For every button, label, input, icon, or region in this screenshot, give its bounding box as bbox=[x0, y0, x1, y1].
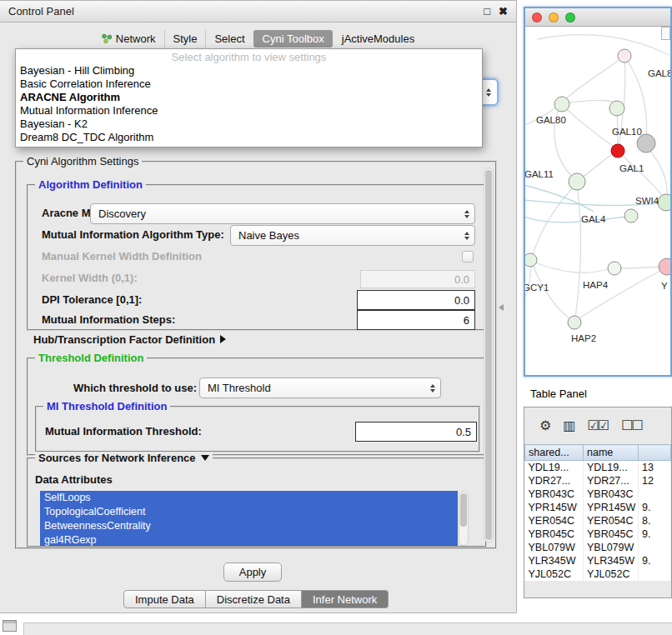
algorithm-option[interactable]: ARACNE Algorithm bbox=[16, 91, 482, 104]
tab-network[interactable]: Network bbox=[93, 30, 164, 48]
network-edge bbox=[618, 267, 664, 268]
attribute-item[interactable]: BetweennessCentrality bbox=[40, 519, 458, 533]
network-edge bbox=[538, 35, 669, 55]
network-node[interactable] bbox=[624, 209, 638, 222]
control-panel-titlebar[interactable]: Control Panel □ ✖ bbox=[0, 1, 516, 22]
table-cell: YLR345W bbox=[584, 554, 639, 568]
network-canvas[interactable]: GAL8GAL80GAL10GAL11GAL1SWI4GAL4GCY1HAP4Y… bbox=[525, 27, 670, 375]
column-header[interactable]: name bbox=[584, 445, 639, 461]
gear-icon[interactable]: ⚙ bbox=[539, 419, 549, 432]
bottom-tab-impute-data[interactable]: Impute Data bbox=[123, 590, 206, 608]
table-cell: YBL079W bbox=[525, 541, 584, 554]
mi-steps-label: Mutual Information Steps: bbox=[42, 313, 175, 327]
combo-arrows-icon bbox=[430, 384, 435, 392]
dpi-tolerance-input[interactable]: 0.0 bbox=[357, 290, 475, 310]
network-node[interactable] bbox=[618, 49, 631, 62]
table-cell bbox=[639, 488, 671, 501]
close-traffic-light-icon[interactable] bbox=[532, 12, 542, 22]
algorithm-option[interactable]: Mutual Information Inference bbox=[16, 104, 482, 118]
float-window-icon[interactable]: □ bbox=[484, 6, 490, 17]
apply-button-label: Apply bbox=[239, 566, 267, 578]
mi-threshold-value: 0.5 bbox=[456, 426, 471, 438]
attribute-item[interactable]: gal4RGexp bbox=[40, 533, 458, 546]
tab-select[interactable]: Select bbox=[205, 30, 253, 48]
network-node[interactable] bbox=[568, 316, 581, 329]
close-window-icon[interactable]: ✖ bbox=[499, 6, 508, 17]
network-window-titlebar[interactable] bbox=[525, 8, 670, 27]
network-node[interactable] bbox=[611, 144, 624, 158]
collapsed-panel-icon[interactable] bbox=[3, 620, 17, 632]
tab-style[interactable]: Style bbox=[164, 30, 206, 48]
network-node[interactable] bbox=[569, 173, 585, 190]
unselected-columns-icon[interactable]: ☐☐ bbox=[621, 419, 642, 432]
mi-threshold-input[interactable]: 0.5 bbox=[355, 422, 477, 442]
bottom-status-strip bbox=[23, 622, 672, 635]
node-label: GAL8 bbox=[648, 68, 670, 78]
algorithm-option[interactable]: Bayesian - Hill Climbing bbox=[16, 64, 482, 78]
network-edge bbox=[525, 185, 594, 212]
column-header[interactable]: shared... bbox=[525, 445, 584, 461]
table-body: YDL19...YDL19...13YDR27...YDR27...12YBR0… bbox=[525, 461, 671, 581]
network-edge bbox=[525, 217, 627, 222]
attribute-item[interactable]: SelfLoops bbox=[40, 491, 458, 505]
bottom-tab-infer-network[interactable]: Infer Network bbox=[302, 590, 389, 608]
control-panel-window: Control Panel □ ✖ NetworkStyleSelectCyni… bbox=[0, 0, 517, 613]
column-header[interactable] bbox=[639, 445, 671, 461]
settings-scrollbar[interactable] bbox=[484, 168, 494, 542]
hub-transcription-section-toggle[interactable]: Hub/Transcription Factor Definition bbox=[33, 333, 226, 346]
table-cell: YBR045C bbox=[525, 528, 584, 541]
table-cell: YDR27... bbox=[525, 474, 584, 488]
network-node[interactable] bbox=[608, 262, 621, 275]
mi-threshold-definition-title: MI Threshold Definition bbox=[43, 400, 170, 412]
tab-jactivemodules[interactable]: jActiveModules bbox=[333, 30, 423, 48]
algorithm-option[interactable]: Dream8 DC_TDC Algorithm bbox=[16, 131, 482, 144]
table-row[interactable]: YDL19...YDL19...13 bbox=[525, 461, 671, 474]
kernel-width-input[interactable]: 0.0 bbox=[360, 270, 475, 288]
sources-title[interactable]: Sources for Network Inference bbox=[35, 452, 213, 464]
attribute-item[interactable]: TopologicalCoefficient bbox=[40, 505, 458, 519]
network-edge bbox=[575, 185, 580, 318]
algorithm-dropdown: Select algorithm to view settings Bayesi… bbox=[15, 48, 483, 148]
table-cell: 9. bbox=[639, 554, 671, 568]
table-cell: YDL19... bbox=[584, 461, 639, 474]
network-edge bbox=[564, 107, 614, 147]
table-panel-title: Table Panel bbox=[530, 388, 587, 400]
algorithm-option[interactable]: Bayesian - K2 bbox=[16, 118, 482, 131]
network-node[interactable] bbox=[637, 134, 655, 152]
network-scrollbar-fragment[interactable] bbox=[661, 27, 670, 40]
manual-kernel-width-checkbox[interactable] bbox=[462, 251, 474, 262]
table-columns-icon[interactable]: ▥ bbox=[563, 419, 574, 432]
table-row[interactable]: YBL079WYBL079W bbox=[525, 541, 671, 554]
attributes-scrollbar[interactable] bbox=[459, 491, 469, 546]
table-row[interactable]: YDR27...YDR27...12 bbox=[525, 474, 671, 488]
node-label: GAL10 bbox=[612, 127, 642, 137]
selected-columns-icon[interactable]: ☑☑ bbox=[587, 419, 608, 432]
algorithm-definition-title: Algorithm Definition bbox=[35, 178, 146, 191]
tab-cyni-toolbox[interactable]: Cyni Toolbox bbox=[253, 30, 333, 48]
network-icon bbox=[102, 33, 112, 43]
network-node[interactable] bbox=[658, 194, 670, 211]
minimize-traffic-light-icon[interactable] bbox=[549, 12, 559, 22]
algorithm-option[interactable]: Basic Correlation Inference bbox=[16, 78, 482, 91]
table-row[interactable]: YPR145WYPR145W9. bbox=[525, 501, 671, 514]
network-node[interactable] bbox=[525, 253, 537, 267]
table-row[interactable]: YBR045CYBR045C9. bbox=[525, 528, 671, 541]
sources-group: Sources for Network Inference Data Attri… bbox=[27, 458, 487, 548]
bottom-tab-discretize-data[interactable]: Discretize Data bbox=[206, 590, 302, 608]
table-row[interactable]: YBR043CYBR043C bbox=[525, 488, 671, 501]
table-row[interactable]: YER054CYER054C8. bbox=[525, 514, 671, 528]
splitter-collapse-icon[interactable] bbox=[499, 304, 504, 311]
zoom-traffic-light-icon[interactable] bbox=[565, 12, 575, 22]
algorithm-dropdown-placeholder: Select algorithm to view settings bbox=[16, 50, 482, 64]
network-node[interactable] bbox=[609, 101, 624, 116]
mi-steps-input[interactable]: 6 bbox=[357, 310, 475, 330]
aracne-mode-select[interactable]: Discovery bbox=[90, 203, 475, 224]
mi-algorithm-type-select[interactable]: Naive Bayes bbox=[230, 225, 475, 246]
network-node[interactable] bbox=[554, 97, 569, 112]
network-node[interactable] bbox=[659, 258, 670, 275]
table-row[interactable]: YLR345WYLR345W9. bbox=[525, 554, 671, 568]
network-edge bbox=[577, 270, 662, 320]
which-threshold-select[interactable]: MI Threshold bbox=[199, 378, 441, 398]
table-row[interactable]: YJL052CYJL052C bbox=[525, 568, 671, 581]
apply-button[interactable]: Apply bbox=[223, 562, 282, 582]
